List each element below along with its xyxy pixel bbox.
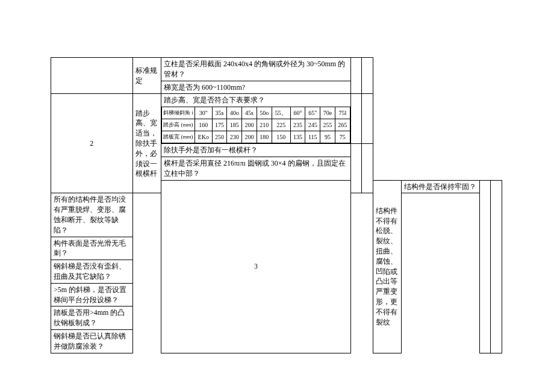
inner-header: 斜梯倾斜角 i <box>162 107 195 119</box>
question-cell: 所有的结构件是否均没有严重脱焊、变形、腐蚀和断开、裂纹等缺陷？ <box>51 193 133 237</box>
question-cell: 踏板是否用>4mm 的凸纹钢板制成？ <box>51 306 133 330</box>
main-table: 标准规定 立柱是否采用截面 240x40x4 的角钢或外径为 30~50mm 的… <box>51 57 502 353</box>
inner-cell: 踏步高 (mm) <box>162 119 195 131</box>
inner-header: 60° <box>290 107 305 119</box>
question-cell: 构件表面是否光滑无毛刺？ <box>51 237 133 260</box>
empty-cell <box>350 94 362 144</box>
question-cell: >5m 的斜梯，是否设置梯间平台分段设梯？ <box>51 283 133 306</box>
inner-header: 30" <box>195 107 212 119</box>
row-label: 结构件不得有松脱、裂纹、扭曲、腐蚀、凹陷或凸出等严重变形，更不得有裂纹 <box>373 180 401 353</box>
intro-text: 踏步高、宽是否符合下表要求？ <box>161 94 350 107</box>
inner-cell: 210 <box>257 119 272 131</box>
row-index: 2 <box>51 94 133 193</box>
inner-cell: EKo <box>195 131 212 143</box>
question-cell: 梯宽是否为 600~1100mm? <box>161 81 351 94</box>
question-cell: 除扶手外是否加有一根横杆？ <box>161 144 351 157</box>
inner-cell: 175 <box>212 119 227 131</box>
inner-header: 75l <box>335 107 350 119</box>
inner-cell: 135 <box>290 131 305 143</box>
empty-cell <box>362 94 373 144</box>
question-cell: 横杆是否采用直径 216πıπı 圆钢或 30×4 的扁钢，且固定在立柱中部？ <box>161 157 351 180</box>
inner-cell: 160 <box>195 119 212 131</box>
question-cell: 钢斜梯是否没有歪斜、扭曲及其它缺陷？ <box>51 260 133 284</box>
row-index <box>51 58 133 94</box>
inner-cell: 200 <box>242 119 257 131</box>
empty-cell <box>479 180 491 353</box>
inner-cell: 150 <box>272 131 290 143</box>
inner-cell: 255 <box>320 119 335 131</box>
inner-cell: 225 <box>272 119 290 131</box>
inner-cell: 200 <box>242 131 257 143</box>
inner-header: 50o <box>257 107 272 119</box>
inner-cell: 265 <box>335 119 350 131</box>
question-cell: 立柱是否采用截面 240x40x4 的角钢或外径为 30~50mm 的管材？ <box>161 58 351 81</box>
empty-cell <box>350 144 362 193</box>
inner-table: 斜梯倾斜角 i 30" 35s 40o 45s 50o 55。 60° 65" … <box>161 107 350 143</box>
inner-cell: 245 <box>305 119 320 131</box>
row-index: 3 <box>161 180 351 353</box>
inner-header: 45s <box>242 107 257 119</box>
inner-cell: 180 <box>257 131 272 143</box>
inner-cell: 230 <box>227 131 242 143</box>
inner-cell: 踏板宽 (mm) <box>162 131 195 143</box>
empty-cell <box>491 180 502 353</box>
empty-cell <box>350 58 362 94</box>
row-label: 踏步高、宽适当，除扶手外，必须设一根横杆 <box>132 94 161 193</box>
table-container: 踏步高、宽是否符合下表要求？ 斜梯倾斜角 i 30" 35s 40o 45s 5… <box>161 94 351 144</box>
inner-header: 70e <box>320 107 335 119</box>
inner-header: 65" <box>305 107 320 119</box>
inner-cell: 185 <box>227 119 242 131</box>
row-label: 标准规定 <box>132 58 161 94</box>
question-cell: 结构件是否保持牢固？ <box>402 180 480 193</box>
question-cell: 钢斜梯是否已认真除锈并做防腐涂装？ <box>51 329 133 353</box>
inner-header: 35s <box>212 107 227 119</box>
inner-cell: 75 <box>335 131 350 143</box>
inner-cell: 95 <box>320 131 335 143</box>
empty-cell <box>362 144 373 193</box>
inner-cell: 115 <box>305 131 320 143</box>
inner-cell: 250 <box>212 131 227 143</box>
empty-cell <box>362 58 373 94</box>
inner-header: 55。 <box>272 107 290 119</box>
inner-cell: 235 <box>290 119 305 131</box>
inner-header: 40o <box>227 107 242 119</box>
